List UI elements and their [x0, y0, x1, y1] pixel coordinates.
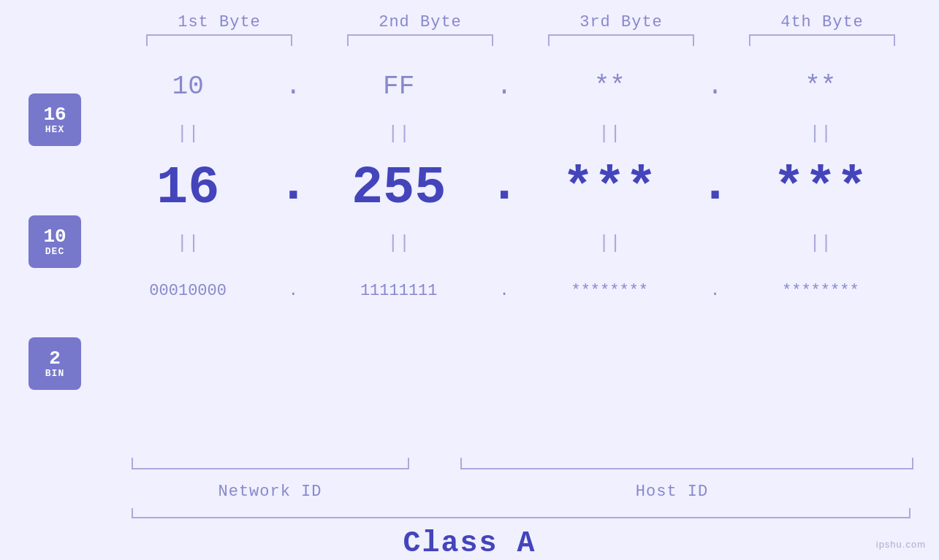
- class-bracket: [132, 508, 911, 518]
- byte-headers: 1st Byte 2nd Byte 3rd Byte 4th Byte: [119, 13, 923, 31]
- host-bracket: [460, 458, 913, 469]
- main-container: 1st Byte 2nd Byte 3rd Byte 4th Byte 16 H…: [0, 0, 939, 560]
- equals-row-2: || || || ||: [102, 229, 906, 258]
- hex-b2: FF: [315, 72, 483, 101]
- bin-b2: 11111111: [315, 282, 483, 300]
- bin-badge: 2 BIN: [28, 337, 81, 390]
- bracket-top-2: [347, 34, 493, 46]
- dec-row: 16 . 255 . *** . ***: [102, 148, 906, 229]
- data-grid: 10 . FF . ** . **: [102, 53, 939, 458]
- content-area: 16 HEX 10 DEC 2 BIN 10 .: [0, 53, 939, 458]
- watermark: ipshu.com: [876, 539, 926, 550]
- dec-badge-label: DEC: [45, 246, 64, 257]
- hex-dot1: .: [275, 72, 311, 101]
- bin-b4: ********: [737, 282, 905, 300]
- eq1-b2: ||: [315, 123, 483, 145]
- byte4-header: 4th Byte: [738, 13, 906, 31]
- dec-b1: 16: [104, 158, 272, 218]
- top-brackets: [119, 34, 923, 46]
- dec-badge: 10 DEC: [28, 215, 81, 268]
- eq1-b1: ||: [104, 123, 272, 145]
- bin-badge-num: 2: [49, 349, 61, 368]
- hex-badge-num: 16: [43, 105, 66, 124]
- byte2-header: 2nd Byte: [336, 13, 504, 31]
- dec-dot1: .: [275, 158, 311, 218]
- bin-dot1: .: [275, 282, 311, 300]
- eq1-b4: ||: [737, 123, 905, 145]
- hex-b3: **: [525, 72, 693, 101]
- id-labels-row: Network ID Host ID: [119, 483, 923, 501]
- bin-b3: ********: [525, 282, 693, 300]
- hex-dot2: .: [486, 72, 522, 101]
- bin-b1: 00010000: [104, 282, 272, 300]
- hex-b1: 10: [104, 72, 272, 101]
- class-bracket-area: [119, 508, 923, 523]
- badges-column: 16 HEX 10 DEC 2 BIN: [0, 53, 102, 458]
- byte1-header: 1st Byte: [135, 13, 303, 31]
- bracket-top-4: [749, 34, 895, 46]
- dec-b4: ***: [737, 158, 905, 218]
- dec-badge-num: 10: [43, 227, 66, 246]
- hex-b4: **: [737, 72, 905, 101]
- bottom-brackets-area: [119, 458, 923, 480]
- bin-row: 00010000 . 11111111 . ******** .: [102, 258, 906, 323]
- class-label: Class A: [403, 527, 536, 560]
- host-id-label: Host ID: [422, 483, 923, 501]
- bin-dot3: .: [697, 282, 734, 300]
- hex-row: 10 . FF . ** . **: [102, 53, 906, 119]
- dec-dot3: .: [697, 158, 734, 218]
- hex-dot3: .: [697, 72, 734, 101]
- byte3-header: 3rd Byte: [537, 13, 705, 31]
- hex-badge: 16 HEX: [28, 93, 81, 146]
- dec-dot2: .: [486, 158, 522, 218]
- eq2-b2: ||: [315, 232, 483, 254]
- dec-b2: 255: [315, 158, 483, 218]
- dec-b3: ***: [525, 158, 693, 218]
- network-bracket: [132, 458, 409, 469]
- equals-row-1: || || || ||: [102, 119, 906, 148]
- eq1-b3: ||: [525, 123, 693, 145]
- bin-dot2: .: [486, 282, 522, 300]
- eq2-b4: ||: [737, 232, 905, 254]
- network-id-label: Network ID: [119, 483, 422, 501]
- eq2-b1: ||: [104, 232, 272, 254]
- bracket-top-3: [548, 34, 694, 46]
- eq2-b3: ||: [525, 232, 693, 254]
- hex-badge-label: HEX: [45, 124, 64, 135]
- bin-badge-label: BIN: [45, 368, 64, 379]
- class-label-row: Class A: [0, 527, 939, 560]
- bracket-top-1: [146, 34, 292, 46]
